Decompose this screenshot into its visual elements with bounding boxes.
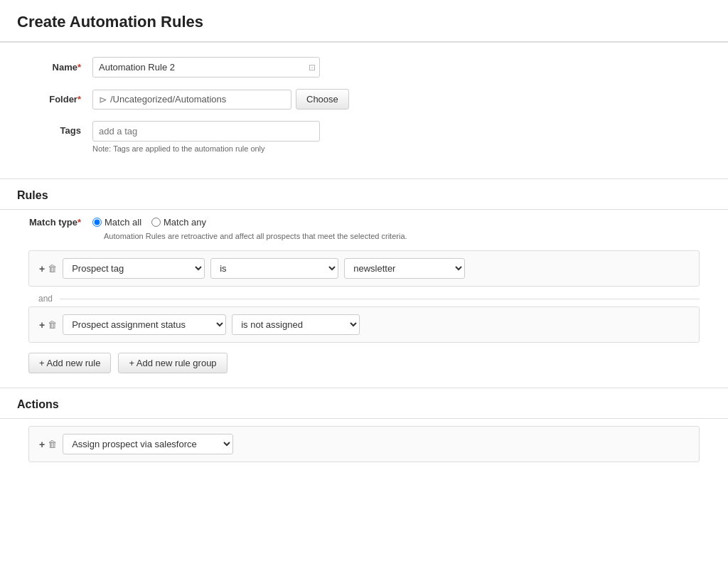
folder-row: Folder* ⊳ Choose bbox=[28, 89, 700, 110]
choose-button[interactable]: Choose bbox=[296, 89, 349, 110]
action1-add-icon[interactable]: + bbox=[39, 439, 45, 450]
page-container: Create Automation Rules Name* ⊡ Folder* … bbox=[0, 0, 728, 576]
and-separator: and bbox=[28, 294, 700, 304]
rule1-operator-select[interactable]: is is not contains bbox=[210, 258, 338, 279]
match-options: Match all Match any bbox=[92, 217, 206, 228]
name-required: * bbox=[77, 62, 81, 73]
rule2-controls: + 🗑 bbox=[39, 319, 57, 331]
match-type-row: Match type* Match all Match any bbox=[28, 217, 700, 228]
page-header: Create Automation Rules bbox=[0, 0, 728, 42]
rule2-field-select[interactable]: Prospect tag Prospect assignment status … bbox=[63, 314, 226, 335]
add-new-rule-button[interactable]: + Add new rule bbox=[28, 353, 111, 373]
rule-block-2: + 🗑 Prospect tag Prospect assignment sta… bbox=[28, 306, 700, 343]
actions-section: + 🗑 Assign prospect via salesforce Send … bbox=[0, 419, 728, 484]
rule1-value-select[interactable]: newsletter sales marketing bbox=[344, 258, 465, 279]
rule2-delete-icon[interactable]: 🗑 bbox=[48, 319, 57, 330]
rule2-operator-select[interactable]: is not assigned is assigned bbox=[232, 314, 360, 335]
name-row: Name* ⊡ bbox=[28, 57, 700, 78]
rule2-add-icon[interactable]: + bbox=[39, 319, 45, 331]
match-any-radio[interactable] bbox=[151, 218, 161, 227]
rule1-field-select[interactable]: Prospect tag Prospect assignment status … bbox=[63, 258, 205, 279]
folder-icon: ⊳ bbox=[99, 94, 107, 105]
name-input[interactable] bbox=[92, 57, 320, 78]
tags-input[interactable] bbox=[92, 121, 320, 142]
tags-row: Tags Note: Tags are applied to the autom… bbox=[28, 121, 700, 153]
rule1-controls: + 🗑 bbox=[39, 263, 57, 274]
rule-block-1: + 🗑 Prospect tag Prospect assignment sta… bbox=[28, 250, 700, 287]
action-block-1: + 🗑 Assign prospect via salesforce Send … bbox=[28, 426, 700, 462]
tags-label: Tags bbox=[28, 121, 92, 136]
add-rule-buttons: + Add new rule + Add new rule group bbox=[28, 353, 700, 373]
name-label: Name* bbox=[28, 62, 92, 73]
actions-section-title: Actions bbox=[0, 388, 728, 418]
match-all-option[interactable]: Match all bbox=[92, 217, 141, 228]
match-type-label: Match type* bbox=[28, 217, 92, 228]
action1-select[interactable]: Assign prospect via salesforce Send emai… bbox=[63, 434, 233, 454]
action1-delete-icon[interactable]: 🗑 bbox=[48, 439, 57, 449]
rule1-add-icon[interactable]: + bbox=[39, 263, 45, 274]
rules-section: Match type* Match all Match any Automati… bbox=[0, 210, 728, 388]
folder-input[interactable] bbox=[110, 94, 267, 105]
tags-field-group: Note: Tags are applied to the automation… bbox=[92, 121, 320, 153]
page-title: Create Automation Rules bbox=[17, 13, 711, 31]
and-line bbox=[60, 299, 700, 299]
folder-input-wrapper: ⊳ bbox=[92, 90, 291, 110]
action1-controls: + 🗑 bbox=[39, 439, 57, 450]
name-input-icon: ⊡ bbox=[309, 63, 316, 73]
rule1-delete-icon[interactable]: 🗑 bbox=[48, 263, 57, 274]
match-type-required: * bbox=[77, 217, 81, 228]
match-note: Automation Rules are retroactive and aff… bbox=[104, 232, 700, 240]
folder-required: * bbox=[77, 94, 81, 105]
rules-section-title: Rules bbox=[0, 179, 728, 209]
name-input-wrapper: ⊡ bbox=[92, 57, 320, 78]
tags-note: Note: Tags are applied to the automation… bbox=[92, 144, 320, 153]
folder-input-group: ⊳ Choose bbox=[92, 89, 349, 110]
add-new-rule-group-button[interactable]: + Add new rule group bbox=[118, 353, 227, 373]
match-all-radio[interactable] bbox=[92, 218, 102, 227]
form-section: Name* ⊡ Folder* ⊳ Choose Tags bbox=[0, 43, 728, 178]
match-any-option[interactable]: Match any bbox=[151, 217, 206, 228]
folder-label: Folder* bbox=[28, 94, 92, 105]
